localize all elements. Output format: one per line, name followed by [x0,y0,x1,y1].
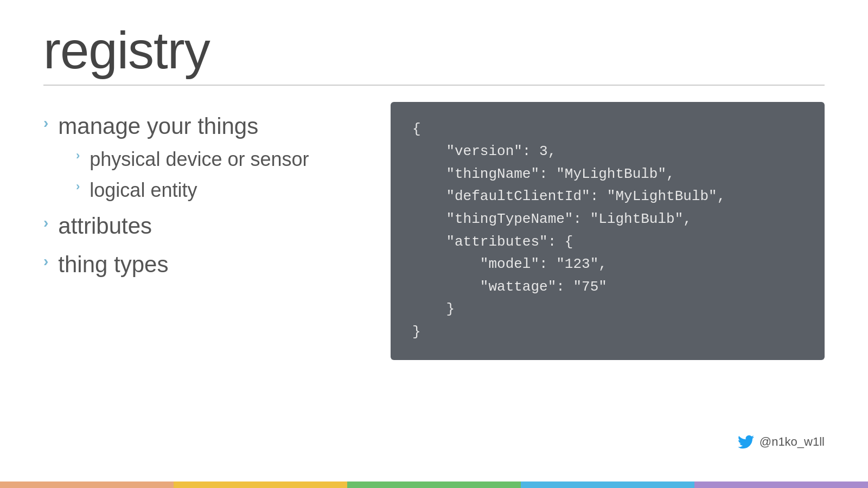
bottom-bar-segment [694,481,868,488]
list-item: ›manage your things [43,113,358,140]
twitter-icon [738,434,754,450]
bottom-bar-segment [0,481,174,488]
bullet-text: manage your things [58,113,258,140]
chevron-icon: › [76,179,80,194]
chevron-icon: › [43,252,48,271]
list-item: ›physical device or sensor [76,147,358,171]
twitter-username: @n1ko_w1ll [760,435,825,449]
list-item: ›attributes [43,213,358,240]
bullet-text: physical device or sensor [90,147,309,171]
bottom-bar-segment [347,481,521,488]
code-content: { "version": 3, "thingName": "MyLightBul… [412,118,803,344]
code-block: { "version": 3, "thingName": "MyLightBul… [391,102,825,360]
bullet-text: logical entity [90,178,197,202]
slide-container: registry ›manage your things›physical de… [0,0,868,488]
title-section: registry [43,22,825,86]
bottom-bar-segment [174,481,347,488]
bullet-text: attributes [58,213,152,240]
bullet-list: ›manage your things›physical device or s… [43,102,358,360]
list-item: ›logical entity [76,178,358,202]
content-area: ›manage your things›physical device or s… [43,102,825,360]
bottom-bar-segment [521,481,694,488]
bullet-text: thing types [58,251,168,278]
chevron-icon: › [76,149,80,163]
chevron-icon: › [43,114,48,132]
page-title: registry [43,22,825,79]
twitter-handle: @n1ko_w1ll [738,434,825,450]
bottom-bar [0,481,868,488]
chevron-icon: › [43,214,48,232]
list-item: ›thing types [43,251,358,278]
